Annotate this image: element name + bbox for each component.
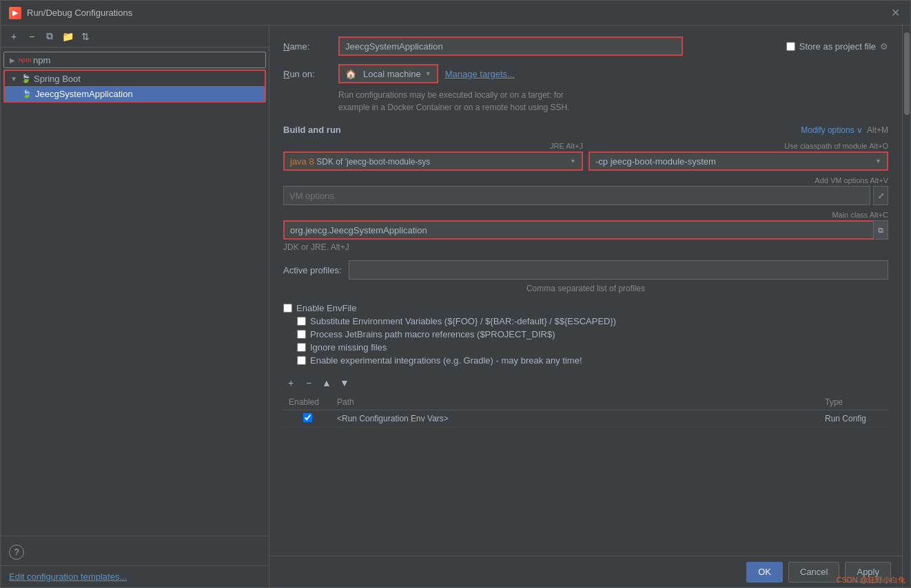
profiles-hint: Comma separated list of profiles [283,284,888,293]
store-as-project-row: Store as project file ⚙ [786,41,888,52]
active-profiles-input[interactable] [349,260,888,280]
substitute-env-row: Substitute Environment Variables (${FOO}… [297,315,888,328]
java-dropdown[interactable]: java 8 SDK of 'jeecg-boot-module-sys ▼ [283,151,583,171]
name-label: Name: [283,41,331,52]
store-as-project-label: Store as project file [799,41,876,52]
right-panel: Name: Store as project file ⚙ Run on: 🏠 [269,25,902,587]
close-button[interactable]: ✕ [888,6,902,20]
ignore-missing-label: Ignore missing files [310,342,387,353]
watermark: CSDN @狂野小白兔 [837,575,905,585]
help-button[interactable]: ? [9,545,24,560]
spring-boot-label: Spring Boot [34,74,81,84]
enable-experimental-label: Enable experimental integrations (e.g. G… [310,355,582,366]
config-tree[interactable]: ▶ npm npm ▼ 🍃 Spring Boot 🍃 J [1,48,269,536]
modify-options-link[interactable]: Modify options ∨ Alt+M [801,125,888,135]
tree-item-jeecg-app[interactable]: 🍃 JeecgSystemApplication [5,86,265,101]
dialog-footer: OK Cancel Apply [269,556,902,587]
tree-toolbar: + − ⧉ 📁 ⇅ [1,25,269,48]
build-run-section-header: Build and run Modify options ∨ Alt+M [283,125,888,135]
dialog-title: Run/Debug Configurations [27,8,132,18]
title-bar: ▶ Run/Debug Configurations ✕ [1,1,910,25]
envfile-section: Enable EnvFile Substitute Environment Va… [283,302,888,367]
java-keyword: java 8 SDK of 'jeecg-boot-module-sys [290,156,430,167]
right-content: Name: Store as project file ⚙ Run on: 🏠 [269,25,902,556]
main-class-browse-button[interactable]: ⧉ [873,220,888,240]
edit-templates-link[interactable]: Edit configuration templates... [9,571,127,582]
enable-envfile-row: Enable EnvFile [283,302,888,315]
left-panel-footer: Edit configuration templates... [1,565,269,587]
process-jetbrains-checkbox[interactable] [297,330,306,339]
tree-item-spring-boot[interactable]: ▼ 🍃 Spring Boot [5,71,265,86]
env-table-toolbar: + − ▲ ▼ [283,375,888,390]
col-enabled: Enabled [283,395,331,410]
env-row-type: Run Config [819,410,888,428]
process-jetbrains-row: Process JetBrains path macro references … [297,328,888,341]
right-panel-wrapper: Name: Store as project file ⚙ Run on: 🏠 [269,25,910,587]
right-scrollbar[interactable] [902,25,910,587]
add-config-button[interactable]: + [6,29,21,44]
env-row-path: <Run Configuration Env Vars> [331,410,819,428]
build-run-dropdowns: java 8 SDK of 'jeecg-boot-module-sys ▼ -… [283,151,888,171]
spring-boot-group-border: ▼ 🍃 Spring Boot 🍃 JeecgSystemApplication [3,70,266,103]
use-classpath-label: Use classpath of module Alt+O [588,142,888,150]
enable-envfile-label: Enable EnvFile [296,303,356,313]
run-on-arrow-icon: ▼ [425,70,431,77]
jeecg-app-icon: 🍃 [21,88,32,99]
dialog-icon: ▶ [9,7,21,19]
substitute-env-label: Substitute Environment Variables (${FOO}… [310,316,616,326]
jeecg-app-label: JeecgSystemApplication [35,89,133,99]
main-class-label: Main class Alt+C [283,211,888,219]
jre-label-area: JRE Alt+J [283,142,583,150]
jdk-hint: JDK or JRE. Alt+J [283,242,888,252]
enable-experimental-checkbox[interactable] [297,356,306,365]
npm-icon: npm [19,54,30,65]
remove-config-button[interactable]: − [24,29,39,44]
cancel-button[interactable]: Cancel [788,562,839,582]
gear-icon[interactable]: ⚙ [880,41,888,52]
classpath-dropdown[interactable]: -cp jeecg-boot-module-system ▼ [588,151,888,171]
name-input[interactable] [338,36,683,56]
store-as-project-checkbox[interactable] [786,42,795,51]
ok-button[interactable]: OK [746,562,783,582]
copy-config-button[interactable]: ⧉ [42,29,57,44]
main-class-row: ⧉ [283,220,888,240]
main-class-input[interactable] [283,220,888,240]
env-table-header: Enabled Path Type [283,395,888,410]
manage-targets-link[interactable]: Manage targets... [445,69,515,79]
ignore-missing-checkbox[interactable] [297,343,306,352]
enable-experimental-row: Enable experimental integrations (e.g. G… [297,354,888,367]
col-type: Type [819,395,888,410]
env-row-checkbox[interactable] [303,413,312,422]
env-move-up-button[interactable]: ▲ [319,375,334,390]
folder-config-button[interactable]: 📁 [60,29,75,44]
run-on-value: Local machine [363,69,421,79]
npm-label: npm [33,55,50,65]
spring-boot-arrow-icon: ▼ [10,75,20,83]
enable-envfile-checkbox[interactable] [283,304,292,313]
substitute-env-checkbox[interactable] [297,317,306,326]
sort-config-button[interactable]: ⇅ [78,29,93,44]
classpath-value: -cp jeecg-boot-module-system [595,156,716,167]
env-row-enabled [283,410,331,428]
table-row: <Run Configuration Env Vars> Run Config [283,410,888,428]
env-add-button[interactable]: + [283,375,298,390]
vm-options-row: ⤢ [283,186,888,205]
spring-boot-icon: 🍃 [20,73,31,84]
env-table-body: <Run Configuration Env Vars> Run Config [283,410,888,428]
process-jetbrains-label: Process JetBrains path macro references … [310,329,555,339]
env-remove-button[interactable]: − [301,375,316,390]
ignore-missing-row: Ignore missing files [297,341,888,354]
tree-item-npm[interactable]: ▶ npm npm [4,52,265,67]
content-area: + − ⧉ 📁 ⇅ ▶ npm npm ▼ [1,25,910,587]
add-vm-label: Add VM options Alt+V [283,176,888,185]
env-move-down-button[interactable]: ▼ [337,375,352,390]
left-panel: + − ⧉ 📁 ⇅ ▶ npm npm ▼ [1,25,269,587]
run-on-dropdown[interactable]: 🏠 Local machine ▼ [338,64,438,83]
scrollbar-thumb [904,32,910,115]
vm-expand-button[interactable]: ⤢ [873,186,888,205]
active-profiles-label: Active profiles: [283,265,342,275]
vm-options-input[interactable] [283,186,870,205]
run-on-label: Run on: [283,69,331,79]
col-path: Path [331,395,819,410]
env-table: Enabled Path Type <Run Configuration Env… [283,395,888,428]
